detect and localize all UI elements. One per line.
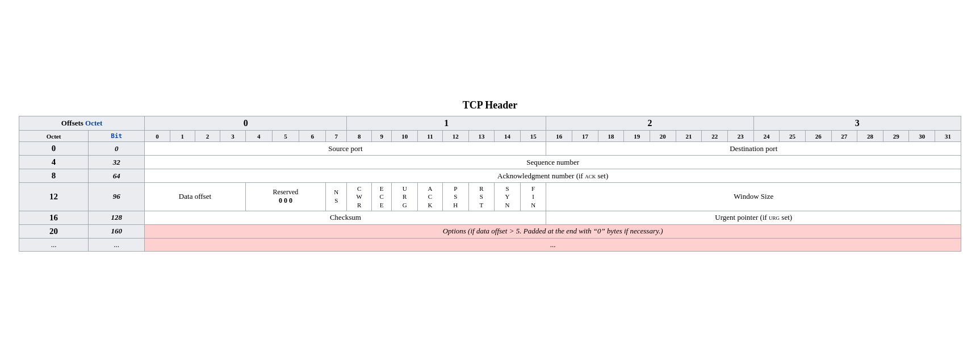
bit-0-val: 0 bbox=[89, 142, 145, 156]
flag-cwr: CWR bbox=[347, 183, 372, 211]
bit-18: 18 bbox=[598, 131, 624, 142]
bit-24: 24 bbox=[753, 131, 780, 142]
checksum: Checksum bbox=[145, 211, 546, 224]
bit-17: 17 bbox=[572, 131, 598, 142]
col2-header: 2 bbox=[546, 116, 753, 131]
octet-label: Octet bbox=[19, 131, 89, 142]
bit-96-val: 96 bbox=[89, 183, 145, 211]
bit-15: 15 bbox=[520, 131, 546, 142]
row-ellipsis: ... ... ... bbox=[19, 238, 961, 251]
bit-23: 23 bbox=[727, 131, 753, 142]
bit-6: 6 bbox=[299, 131, 326, 142]
outer-wrap: TCP Header Offsets Octet 0 1 2 3 Octet B… bbox=[13, 88, 967, 263]
bit-12: 12 bbox=[442, 131, 468, 142]
bit-16: 16 bbox=[546, 131, 572, 142]
flag-urg: URG bbox=[392, 183, 418, 211]
bit-7: 7 bbox=[326, 131, 347, 142]
row-octet-0: 0 0 Source port Destination port bbox=[19, 142, 961, 156]
bit-header-text: Bit bbox=[111, 132, 122, 140]
bit-label-header: Bit bbox=[89, 131, 145, 142]
octet-ellipsis: ... bbox=[19, 238, 89, 251]
ack-number: Acknowledgment number (if ack set) bbox=[145, 169, 961, 183]
bit-14: 14 bbox=[495, 131, 521, 142]
row-octet-4: 4 32 Sequence number bbox=[19, 156, 961, 169]
sequence-number: Sequence number bbox=[145, 156, 961, 169]
col0-header: 0 bbox=[145, 116, 347, 131]
bit-31: 31 bbox=[935, 131, 961, 142]
octet-12: 12 bbox=[19, 183, 89, 211]
header-row-2: Octet Bit 0 1 2 3 4 5 6 7 8 9 10 11 12 1… bbox=[19, 131, 961, 142]
row-octet-20: 20 160 Options (if data offset > 5. Padd… bbox=[19, 224, 961, 238]
options: Options (if data offset > 5. Padded at t… bbox=[145, 224, 961, 238]
bit-5: 5 bbox=[272, 131, 299, 142]
bit-9: 9 bbox=[372, 131, 392, 142]
bit-21: 21 bbox=[676, 131, 702, 142]
bit-19: 19 bbox=[624, 131, 650, 142]
bit-32-val: 32 bbox=[89, 156, 145, 169]
flag-rst: RST bbox=[468, 183, 495, 211]
table-title: TCP Header bbox=[19, 99, 961, 111]
bit-11: 11 bbox=[417, 131, 442, 142]
col1-header: 1 bbox=[347, 116, 546, 131]
bit-30: 30 bbox=[909, 131, 935, 142]
bit-13: 13 bbox=[468, 131, 495, 142]
window-size: Window Size bbox=[546, 183, 961, 211]
bit-1: 1 bbox=[170, 131, 195, 142]
source-port: Source port bbox=[145, 142, 546, 156]
bit-4: 4 bbox=[245, 131, 272, 142]
bit-28: 28 bbox=[857, 131, 883, 142]
col3-header: 3 bbox=[753, 116, 961, 131]
row-octet-16: 16 128 Checksum Urgent pointer (if urg s… bbox=[19, 211, 961, 224]
destination-port: Destination port bbox=[546, 142, 961, 156]
ellipsis-content: ... bbox=[145, 238, 961, 251]
bit-ellipsis: ... bbox=[89, 238, 145, 251]
bit-26: 26 bbox=[805, 131, 831, 142]
bit-0: 0 bbox=[145, 131, 170, 142]
tcp-header-table: Offsets Octet 0 1 2 3 Octet Bit 0 1 2 3 … bbox=[19, 116, 961, 252]
octet-4: 4 bbox=[19, 156, 89, 169]
flag-fin: FIN bbox=[520, 183, 546, 211]
bit-2: 2 bbox=[195, 131, 220, 142]
bit-160-val: 160 bbox=[89, 224, 145, 238]
reserved: Reserved0 0 0 bbox=[245, 183, 326, 211]
bit-3: 3 bbox=[220, 131, 245, 142]
bit-128-val: 128 bbox=[89, 211, 145, 224]
data-offset: Data offset bbox=[145, 183, 245, 211]
bit-8: 8 bbox=[347, 131, 372, 142]
flag-psh: PSH bbox=[442, 183, 468, 211]
bit-64-val: 64 bbox=[89, 169, 145, 183]
flag-ns: NS bbox=[326, 183, 347, 211]
row-octet-12: 12 96 Data offset Reserved0 0 0 NS CWR E… bbox=[19, 183, 961, 211]
octet-0: 0 bbox=[19, 142, 89, 156]
octet-16: 16 bbox=[19, 211, 89, 224]
flag-ack: ACK bbox=[417, 183, 442, 211]
row-octet-8: 8 64 Acknowledgment number (if ack set) bbox=[19, 169, 961, 183]
bit-22: 22 bbox=[702, 131, 728, 142]
bit-27: 27 bbox=[831, 131, 857, 142]
header-row-1: Offsets Octet 0 1 2 3 bbox=[19, 116, 961, 131]
offsets-octet-header: Offsets Octet bbox=[19, 116, 145, 131]
octet-8: 8 bbox=[19, 169, 89, 183]
bit-25: 25 bbox=[780, 131, 806, 142]
urgent-pointer: Urgent pointer (if urg set) bbox=[546, 211, 961, 224]
bit-29: 29 bbox=[883, 131, 909, 142]
bit-10: 10 bbox=[392, 131, 418, 142]
flag-ece: ECE bbox=[372, 183, 392, 211]
bit-20: 20 bbox=[650, 131, 676, 142]
octet-20: 20 bbox=[19, 224, 89, 238]
flag-syn: SYN bbox=[495, 183, 521, 211]
